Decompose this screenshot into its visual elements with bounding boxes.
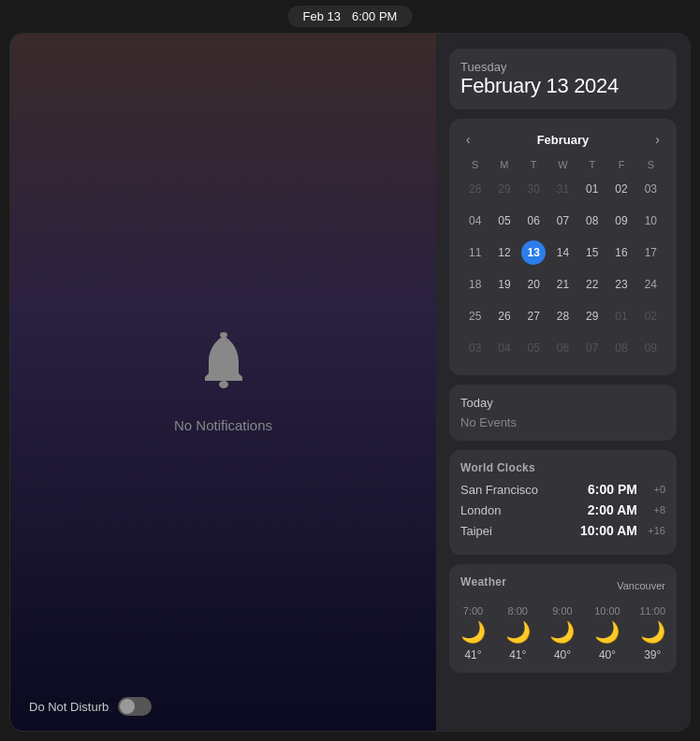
calendar-day-cell[interactable]: 21 xyxy=(548,269,577,300)
calendar-day-cell[interactable]: 28 xyxy=(460,173,489,205)
clock-offset: +0 xyxy=(643,484,665,495)
calendar-day-cell[interactable]: 17 xyxy=(636,237,665,269)
calendar-weekday: S xyxy=(460,156,489,173)
calendar-week-row: 11121314151617 xyxy=(460,237,665,269)
clock-row: London2:00 AM+8 xyxy=(460,502,665,517)
calendar-week-row: 28293031010203 xyxy=(460,173,665,205)
weather-forecast: 7:00🌙41°8:00🌙41°9:00🌙40°10:00🌙40°11:00🌙3… xyxy=(460,605,665,661)
calendar-day-cell[interactable]: 08 xyxy=(606,332,635,364)
weather-hour: 11:00🌙39° xyxy=(639,605,665,661)
calendar-day-cell[interactable]: 04 xyxy=(489,332,518,364)
weather-temperature: 40° xyxy=(554,648,571,661)
calendar-day-cell[interactable]: 20 xyxy=(519,269,548,300)
weather-condition-icon: 🌙 xyxy=(460,620,486,645)
calendar-day-cell[interactable]: 05 xyxy=(519,332,548,364)
calendar-weekday: T xyxy=(577,156,606,173)
calendar-day-cell[interactable]: 23 xyxy=(606,269,635,300)
weather-widget: Weather Vancouver 7:00🌙41°8:00🌙41°9:00🌙4… xyxy=(449,564,677,673)
calendar-day-cell[interactable]: 05 xyxy=(489,205,518,237)
calendar-weekday: S xyxy=(636,156,665,173)
calendar-day-cell[interactable]: 14 xyxy=(548,237,577,269)
calendar-day-cell[interactable]: 07 xyxy=(577,332,606,364)
calendar-weekday: W xyxy=(548,156,577,173)
calendar-week-row: 03040506070809 xyxy=(460,332,665,364)
clock-offset: +8 xyxy=(643,504,665,516)
calendar-day-cell[interactable]: 24 xyxy=(636,269,665,300)
clock-city: Taipei xyxy=(460,524,580,538)
clock-offset: +16 xyxy=(643,525,665,536)
calendar-day-cell[interactable]: 22 xyxy=(577,269,606,300)
right-panel[interactable]: Tuesday February 13 2024 ‹ February › SM… xyxy=(436,34,690,731)
calendar-day-cell[interactable]: 01 xyxy=(577,173,606,205)
calendar-nav: ‹ February › xyxy=(460,130,665,149)
calendar-day-cell[interactable]: 31 xyxy=(548,173,577,205)
calendar-day-cell[interactable]: 06 xyxy=(548,332,577,364)
calendar-day-cell[interactable]: 28 xyxy=(548,300,577,332)
no-notifications-text: No Notifications xyxy=(174,417,272,433)
today-label: Today xyxy=(460,396,665,410)
dnd-label: Do Not Disturb xyxy=(29,700,109,714)
calendar-day-cell[interactable]: 25 xyxy=(460,300,489,332)
dnd-toggle[interactable] xyxy=(118,697,152,716)
calendar-day-cell[interactable]: 01 xyxy=(606,300,635,332)
clock-time: 2:00 AM xyxy=(588,502,637,517)
calendar-day-cell[interactable]: 13 xyxy=(519,237,548,269)
prev-month-button[interactable]: ‹ xyxy=(460,130,476,149)
weather-location: Vancouver xyxy=(617,580,665,591)
calendar-day-cell[interactable]: 04 xyxy=(460,205,489,237)
calendar-day-cell[interactable]: 15 xyxy=(577,237,606,269)
calendar-day-cell[interactable]: 16 xyxy=(606,237,635,269)
calendar-day-cell[interactable]: 10 xyxy=(636,205,665,237)
weather-hour: 7:00🌙41° xyxy=(460,605,486,661)
notification-panel: No Notifications Do Not Disturb xyxy=(10,34,436,731)
calendar-day-cell[interactable]: 27 xyxy=(519,300,548,332)
clock-city: London xyxy=(460,503,588,517)
calendar-day-cell[interactable]: 11 xyxy=(460,237,489,269)
calendar-header-row: SMTWTFS xyxy=(460,156,665,173)
calendar-day-cell[interactable]: 19 xyxy=(489,269,518,300)
weather-hour-time: 8:00 xyxy=(508,605,528,617)
clock-row: San Francisco6:00 PM+0 xyxy=(460,482,665,497)
calendar-day-cell[interactable]: 12 xyxy=(489,237,518,269)
date-day: Tuesday xyxy=(460,60,665,74)
calendar-day-cell[interactable]: 08 xyxy=(577,205,606,237)
calendar-day-cell[interactable]: 29 xyxy=(577,300,606,332)
calendar-day-cell[interactable]: 18 xyxy=(460,269,489,300)
calendar-day-cell[interactable]: 09 xyxy=(606,205,635,237)
calendar-day-cell[interactable]: 29 xyxy=(489,173,518,205)
calendar-weekday: F xyxy=(606,156,635,173)
clock-row: Taipei10:00 AM+16 xyxy=(460,523,665,538)
calendar-day-cell[interactable]: 03 xyxy=(460,332,489,364)
calendar-day-cell[interactable]: 02 xyxy=(606,173,635,205)
weather-hour-time: 11:00 xyxy=(639,605,665,617)
calendar-widget: ‹ February › SMTWTFS 2829303101020304050… xyxy=(449,119,677,375)
calendar-day-cell[interactable]: 02 xyxy=(636,300,665,332)
top-bar: Feb 13 6:00 PM xyxy=(288,6,413,27)
calendar-week-row: 25262728290102 xyxy=(460,300,665,332)
svg-point-0 xyxy=(219,381,228,388)
calendar-day-cell[interactable]: 07 xyxy=(548,205,577,237)
no-events-text: No Events xyxy=(460,415,665,429)
clock-city: San Francisco xyxy=(460,483,588,497)
date-header: Tuesday February 13 2024 xyxy=(449,49,677,109)
calendar-day-cell[interactable]: 06 xyxy=(519,205,548,237)
top-bar-time: 6:00 PM xyxy=(352,9,397,23)
world-clocks-title: World Clocks xyxy=(460,461,665,474)
clock-time: 10:00 AM xyxy=(580,523,637,538)
weather-temperature: 40° xyxy=(599,648,616,661)
weather-condition-icon: 🌙 xyxy=(640,620,665,645)
weather-hour-time: 9:00 xyxy=(552,605,572,617)
weather-condition-icon: 🌙 xyxy=(594,620,620,645)
next-month-button[interactable]: › xyxy=(649,130,665,149)
weather-hour: 9:00🌙40° xyxy=(549,605,575,661)
calendar-day-cell[interactable]: 30 xyxy=(519,173,548,205)
bell-icon xyxy=(197,332,250,404)
weather-temperature: 39° xyxy=(644,648,661,661)
calendar-day-cell[interactable]: 26 xyxy=(489,300,518,332)
weather-condition-icon: 🌙 xyxy=(505,620,531,645)
weather-temperature: 41° xyxy=(464,648,481,661)
calendar-weekday: M xyxy=(489,156,518,173)
calendar-day-cell[interactable]: 03 xyxy=(636,173,665,205)
calendar-day-cell[interactable]: 09 xyxy=(636,332,665,364)
weather-hour-time: 7:00 xyxy=(463,605,483,617)
